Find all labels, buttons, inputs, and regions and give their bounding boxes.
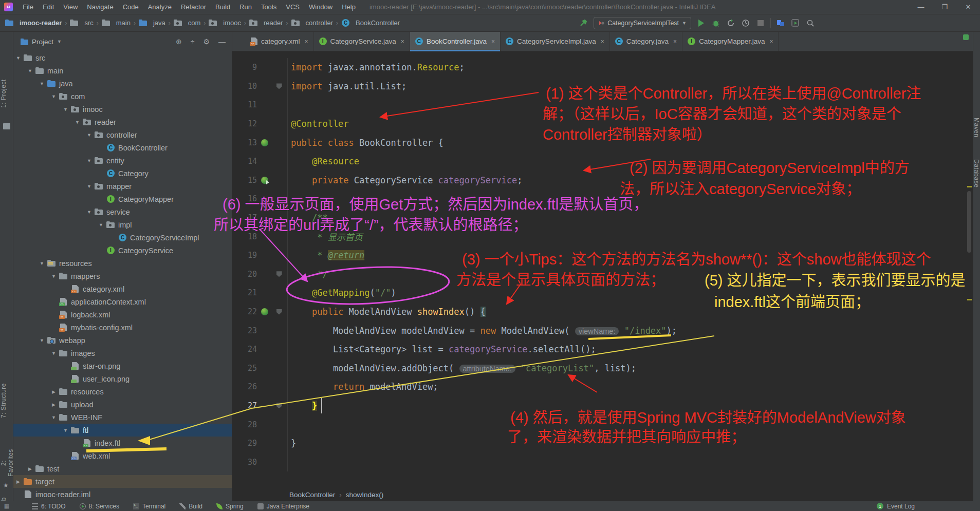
tree-expanded-arrow[interactable]: ▼ bbox=[86, 158, 92, 163]
tree-item-CategoryServiceImpl[interactable]: CCategoryServiceImpl bbox=[13, 231, 232, 244]
spring-bean-icon[interactable] bbox=[261, 139, 268, 146]
tree-expanded-arrow[interactable]: ▼ bbox=[51, 274, 57, 279]
minimize-button[interactable]: — bbox=[909, 0, 933, 14]
tab-close-icon[interactable]: × bbox=[305, 38, 308, 45]
tree-item-mybatis-config.xml[interactable]: <>mybatis-config.xml bbox=[13, 321, 232, 334]
run-window-icon[interactable] bbox=[790, 18, 801, 28]
collapse-all-icon[interactable]: ÷ bbox=[191, 37, 195, 46]
profiler-button[interactable] bbox=[741, 18, 751, 28]
tree-item-java[interactable]: ▼java bbox=[13, 77, 232, 90]
tree-expanded-arrow[interactable]: ▼ bbox=[39, 261, 45, 266]
breadcrumb-class[interactable]: BookController bbox=[289, 491, 335, 499]
event-log-button[interactable]: 1 Event Log bbox=[877, 503, 915, 510]
menu-item-build[interactable]: Build bbox=[211, 0, 235, 14]
tab-Category.java[interactable]: CCategory.java× bbox=[610, 32, 682, 51]
code-line-14[interactable]: 14 @Resource bbox=[232, 152, 973, 171]
tree-expanded-arrow[interactable]: ▼ bbox=[51, 351, 57, 356]
menu-item-analyze[interactable]: Analyze bbox=[143, 0, 176, 14]
breadcrumb-item-reader[interactable]: reader bbox=[249, 19, 283, 27]
tree-collapsed-arrow[interactable]: ▶ bbox=[51, 389, 57, 394]
tree-collapsed-arrow[interactable]: ▶ bbox=[27, 466, 33, 471]
tree-collapsed-arrow[interactable]: ▶ bbox=[15, 479, 21, 484]
tree-item-mappers[interactable]: ▼mappers bbox=[13, 270, 232, 282]
tree-item-mapper[interactable]: ▼mapper bbox=[13, 180, 232, 193]
statusbar-item-javaenterprise[interactable]: Java Enterprise bbox=[257, 503, 309, 510]
tree-item-web.xml[interactable]: <>web.xml bbox=[13, 449, 232, 462]
menu-item-edit[interactable]: Edit bbox=[38, 0, 59, 14]
tree-item-CategoryService[interactable]: ICategoryService bbox=[13, 244, 232, 257]
menu-item-run[interactable]: Run bbox=[235, 0, 256, 14]
menu-item-view[interactable]: View bbox=[59, 0, 82, 14]
hide-panel-icon[interactable]: — bbox=[218, 37, 226, 46]
code-line-13[interactable]: 13public class BookController { bbox=[232, 133, 973, 152]
tree-item-images[interactable]: ▼images bbox=[13, 347, 232, 359]
maximize-button[interactable]: ❐ bbox=[933, 0, 956, 14]
tab-close-icon[interactable]: × bbox=[401, 38, 404, 45]
tree-expanded-arrow[interactable]: ▼ bbox=[63, 428, 68, 433]
locate-file-icon[interactable]: ⊕ bbox=[176, 37, 182, 46]
tree-expanded-arrow[interactable]: ▼ bbox=[63, 107, 68, 112]
code-line-23[interactable]: 23 ModelAndView modelAndView = new Model… bbox=[232, 321, 973, 340]
code-line-21[interactable]: 21 @GetMapping("/") bbox=[232, 283, 973, 302]
inspection-indicator[interactable] bbox=[963, 34, 969, 40]
stop-button[interactable] bbox=[755, 18, 766, 28]
project-view-select[interactable]: Project ▼ bbox=[21, 38, 62, 46]
code-line-24[interactable]: 24 List<Category> list = categoryService… bbox=[232, 340, 973, 359]
code-line-18[interactable]: 18 * 显示首页 bbox=[232, 227, 973, 246]
menu-item-window[interactable]: Window bbox=[304, 0, 337, 14]
menu-item-refactor[interactable]: Refactor bbox=[176, 0, 211, 14]
run-button[interactable] bbox=[696, 18, 706, 28]
statusbar-item-terminal[interactable]: Terminal bbox=[133, 503, 165, 510]
menu-item-vcs[interactable]: VCS bbox=[281, 0, 304, 14]
tree-item-BookController[interactable]: CBookController bbox=[13, 141, 232, 154]
tab-close-icon[interactable]: × bbox=[769, 38, 773, 45]
statusbar-item-spring[interactable]: Spring bbox=[216, 503, 244, 510]
statusbar-item-todo[interactable]: 6: TODO bbox=[32, 503, 66, 510]
statusbar-item-build[interactable]: Build bbox=[179, 503, 202, 510]
tree-item-ftl[interactable]: ▼ftl bbox=[13, 424, 232, 437]
tree-expanded-arrow[interactable]: ▼ bbox=[27, 68, 33, 73]
code-line-12[interactable]: 12@Controller bbox=[232, 115, 973, 134]
breadcrumb-item-controller[interactable]: controller bbox=[291, 19, 333, 27]
breadcrumb-item-imooc[interactable]: imooc bbox=[209, 19, 241, 27]
tree-item-resources[interactable]: ▼resources bbox=[13, 257, 232, 270]
project-structure-icon[interactable] bbox=[775, 18, 786, 28]
close-button[interactable]: ✕ bbox=[956, 0, 980, 14]
breadcrumb-item-java[interactable]: java bbox=[139, 19, 165, 27]
tab-CategoryMapper.java[interactable]: ICategoryMapper.java× bbox=[682, 32, 779, 51]
menu-item-file[interactable]: File bbox=[18, 0, 38, 14]
breadcrumb-method[interactable]: showIndex() bbox=[346, 491, 384, 499]
toolwindow-favorites-button[interactable]: 2: Favorites bbox=[0, 446, 13, 480]
run-with-coverage-button[interactable] bbox=[726, 18, 736, 28]
code-line-11[interactable]: 11 bbox=[232, 96, 973, 115]
tree-item-resources[interactable]: ▶resources bbox=[13, 385, 232, 398]
code-line-19[interactable]: 19 * @return bbox=[232, 246, 973, 265]
code-line-28[interactable]: 28 bbox=[232, 415, 973, 434]
code-line-17[interactable]: 17 /** bbox=[232, 209, 973, 228]
code-line-16[interactable]: 16 bbox=[232, 190, 973, 209]
tree-item-service[interactable]: ▼service bbox=[13, 205, 232, 218]
tree-item-main[interactable]: ▼main bbox=[13, 64, 232, 77]
tab-close-icon[interactable]: × bbox=[673, 38, 677, 45]
spring-bean-icon[interactable] bbox=[261, 308, 268, 315]
tree-expanded-arrow[interactable]: ▼ bbox=[86, 210, 92, 215]
tree-item-Category[interactable]: CCategory bbox=[13, 167, 232, 180]
tree-expanded-arrow[interactable]: ▼ bbox=[98, 222, 104, 228]
tab-close-icon[interactable]: × bbox=[491, 38, 495, 45]
tree-item-imooc-reader.iml[interactable]: imooc-reader.iml bbox=[13, 488, 232, 501]
tree-item-controller[interactable]: ▼controller bbox=[13, 128, 232, 141]
build-hammer-icon[interactable] bbox=[579, 18, 589, 28]
spring-autowired-icon[interactable] bbox=[261, 177, 268, 184]
code-line-15[interactable]: 15 private CategoryService categoryServi… bbox=[232, 171, 973, 190]
tab-category.xml[interactable]: <>category.xml× bbox=[246, 32, 314, 51]
fold-marker-icon[interactable] bbox=[276, 83, 282, 89]
tab-BookController.java[interactable]: CBookController.java× bbox=[410, 32, 501, 51]
code-line-29[interactable]: 29} bbox=[232, 434, 973, 453]
tree-item-upload[interactable]: ▶upload bbox=[13, 398, 232, 411]
tree-item-category.xml[interactable]: <>category.xml bbox=[13, 282, 232, 295]
tree-expanded-arrow[interactable]: ▼ bbox=[86, 133, 92, 138]
tree-item-imooc[interactable]: ▼imooc bbox=[13, 103, 232, 116]
menu-item-navigate[interactable]: Navigate bbox=[82, 0, 118, 14]
tree-expanded-arrow[interactable]: ▼ bbox=[39, 81, 45, 86]
editor-scrollbar[interactable] bbox=[967, 191, 971, 253]
